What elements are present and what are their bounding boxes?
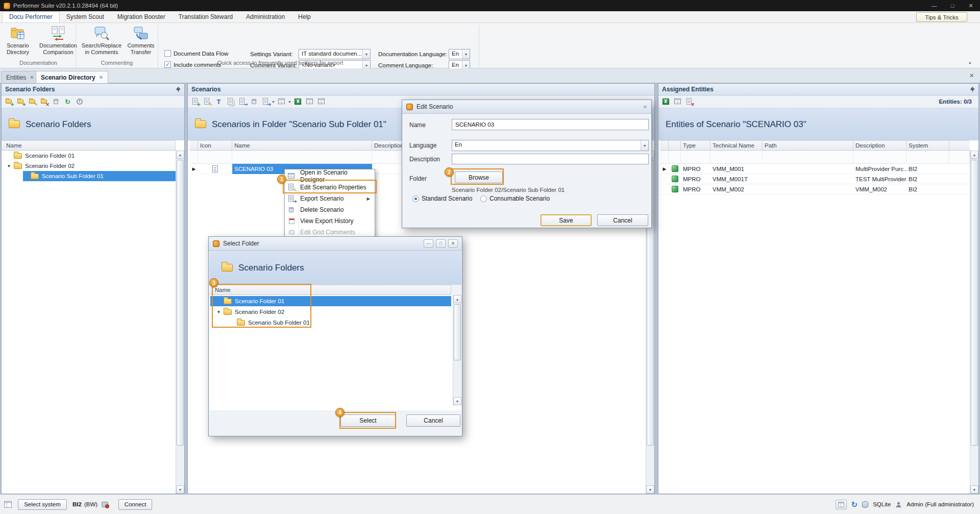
column-header-name[interactable]: Name bbox=[232, 141, 372, 150]
tree-row-scenario-folder-02[interactable]: ▼ Scenario Folder 02 bbox=[2, 161, 176, 171]
layout-icon[interactable] bbox=[4, 501, 12, 508]
doc-tab-scenario-directory[interactable]: Scenario Directory✕ bbox=[36, 71, 108, 83]
column-header-description[interactable]: Description bbox=[853, 141, 906, 150]
close-dialog-icon[interactable]: ✕ bbox=[643, 104, 647, 110]
export-scenario-icon[interactable]: ➔ bbox=[261, 97, 271, 107]
column-header-name[interactable]: Name bbox=[2, 141, 176, 150]
scrollbar-thumb[interactable] bbox=[454, 304, 461, 360]
column-header-path[interactable]: Path bbox=[763, 141, 853, 150]
sync-icon[interactable]: ↻ bbox=[851, 501, 858, 508]
menu-tab-docu-performer[interactable]: Docu Performer bbox=[2, 11, 60, 22]
scroll-down-icon[interactable]: ▼ bbox=[453, 397, 461, 405]
remove-folder-icon[interactable]: × bbox=[39, 97, 49, 107]
collapse-node-icon[interactable]: ▼ bbox=[6, 164, 12, 168]
new-folder-icon[interactable]: + bbox=[4, 97, 14, 107]
save-button[interactable]: Save bbox=[541, 214, 592, 226]
scroll-up-icon[interactable]: ▲ bbox=[453, 295, 461, 303]
scroll-down-icon[interactable]: ▼ bbox=[970, 485, 978, 494]
settings-variant-select[interactable]: IT standard documen...▼ bbox=[299, 49, 371, 59]
radio-consumable-scenario[interactable]: Consumable Scenario bbox=[480, 195, 550, 202]
cancel-button[interactable]: Cancel bbox=[406, 414, 460, 427]
chevron-down-icon[interactable]: ▼ bbox=[641, 140, 648, 151]
scenario-name-input[interactable] bbox=[452, 119, 649, 130]
move-scenario-icon[interactable]: → bbox=[237, 97, 247, 107]
menu-item-view-export-history[interactable]: View Export History bbox=[285, 215, 375, 227]
report-queue-icon[interactable] bbox=[836, 500, 847, 509]
minimize-icon[interactable]: — bbox=[424, 239, 433, 248]
chevron-down-icon[interactable]: ▼ bbox=[272, 100, 275, 104]
entity-row[interactable]: ▶ MPRO VMM_M001 MultiProvider Purc... BI… bbox=[660, 164, 970, 174]
export-options-icon[interactable] bbox=[277, 97, 287, 107]
chevron-down-icon[interactable]: ▼ bbox=[462, 50, 470, 59]
menu-tab-migration-booster[interactable]: Migration Booster bbox=[111, 12, 172, 22]
tips-tricks-button[interactable]: Tips & Tricks bbox=[916, 12, 967, 22]
documentation-language-select[interactable]: En▼ bbox=[449, 49, 470, 59]
connect-button[interactable]: Connect bbox=[118, 499, 152, 510]
chevron-down-icon[interactable]: ▼ bbox=[288, 100, 291, 104]
menu-item-delete-scenario[interactable]: Delete Scenario bbox=[285, 204, 375, 215]
cancel-button[interactable]: Cancel bbox=[597, 214, 648, 226]
column-header-icon[interactable]: Icon bbox=[198, 141, 232, 150]
scroll-down-icon[interactable]: ▼ bbox=[176, 485, 184, 494]
filter-row[interactable] bbox=[660, 151, 970, 164]
select-folder-dialog-titlebar[interactable]: Select Folder — □ ✕ bbox=[209, 237, 462, 251]
documentation-comparison-button[interactable]: Documentation Comparison bbox=[35, 25, 82, 63]
radio-standard-scenario[interactable]: Standard Scenario bbox=[412, 195, 472, 202]
remove-entity-icon[interactable]: × bbox=[684, 97, 694, 107]
edit-scenario-icon[interactable]: ✎ bbox=[202, 97, 212, 107]
column-header-technical-name[interactable]: Technical Name bbox=[710, 141, 763, 150]
vertical-scrollbar[interactable]: ▲ ▼ bbox=[176, 151, 184, 494]
tree-row-scenario-sub-folder-01[interactable]: Scenario Sub Folder 01 bbox=[2, 171, 176, 181]
rename-scenario-icon[interactable]: T bbox=[214, 97, 224, 107]
close-tab-icon[interactable]: ✕ bbox=[99, 75, 103, 80]
close-tab-icon[interactable]: ✕ bbox=[30, 75, 34, 80]
select-system-button[interactable]: Select system bbox=[18, 499, 67, 510]
tree-row-scenario-folder-01[interactable]: Scenario Folder 01 bbox=[2, 151, 176, 161]
new-subfolder-icon[interactable]: + bbox=[16, 97, 26, 107]
entity-row[interactable]: MPRO VMM_M002 VMM_M002 BI2 bbox=[660, 184, 970, 194]
scenario-directory-button[interactable]: Scenario Directory bbox=[2, 25, 34, 63]
delete-scenario-icon[interactable] bbox=[249, 97, 259, 107]
export-excel-icon[interactable]: X bbox=[293, 97, 303, 107]
doc-tab-entities[interactable]: Entities✕ bbox=[1, 71, 39, 83]
delete-icon[interactable] bbox=[51, 97, 61, 107]
edit-scenario-dialog-titlebar[interactable]: Edit Scenario ✕ bbox=[402, 100, 651, 114]
add-scenario-icon[interactable]: + bbox=[190, 97, 200, 107]
pin-icon[interactable] bbox=[969, 87, 975, 92]
export-excel-icon[interactable]: X bbox=[661, 97, 671, 107]
grid-view-icon[interactable] bbox=[673, 97, 682, 107]
vertical-scrollbar[interactable]: ▲ ▼ bbox=[970, 151, 978, 494]
column-chooser-icon[interactable] bbox=[317, 97, 327, 107]
menu-tab-help[interactable]: Help bbox=[291, 12, 317, 22]
entity-row[interactable]: MPRO VMM_M001T TEST MultiProvider... BI2 bbox=[660, 174, 970, 184]
menu-tab-administration[interactable]: Administration bbox=[239, 12, 291, 22]
close-icon[interactable]: ✕ bbox=[962, 0, 980, 11]
chevron-down-icon[interactable]: ▼ bbox=[362, 50, 370, 59]
collapse-ribbon-icon[interactable]: ▴ bbox=[969, 60, 971, 65]
rename-folder-icon[interactable]: ✎ bbox=[28, 97, 37, 107]
language-select[interactable]: En ▼ bbox=[452, 140, 649, 151]
scroll-down-icon[interactable]: ▼ bbox=[646, 485, 654, 494]
close-document-icon[interactable]: ✕ bbox=[969, 72, 974, 79]
refresh-icon[interactable]: ↻ bbox=[63, 97, 72, 107]
pin-icon[interactable] bbox=[175, 87, 181, 92]
vertical-scrollbar[interactable]: ▲ ▼ bbox=[453, 295, 461, 405]
scrollbar-thumb[interactable] bbox=[971, 160, 978, 446]
scenario-description-input[interactable] bbox=[452, 154, 649, 164]
grid-view-icon[interactable] bbox=[305, 97, 315, 107]
menu-tab-translation-steward[interactable]: Translation Steward bbox=[172, 12, 239, 22]
minimize-icon[interactable]: — bbox=[925, 0, 943, 11]
scrollbar-thumb[interactable] bbox=[177, 160, 184, 446]
menu-item-export-scenario[interactable]: ➔ Export Scenario ▶ bbox=[285, 193, 375, 204]
comments-transfer-button[interactable]: Comments Transfer bbox=[126, 25, 156, 63]
scroll-up-icon[interactable]: ▲ bbox=[176, 151, 184, 159]
column-header-type[interactable]: Type bbox=[681, 141, 710, 150]
menu-tab-system-scout[interactable]: System Scout bbox=[60, 12, 111, 22]
checkbox-document-data-flow[interactable]: Document Data Flow bbox=[164, 50, 228, 57]
history-icon[interactable] bbox=[75, 97, 84, 107]
duplicate-scenario-icon[interactable] bbox=[226, 97, 235, 107]
maximize-icon[interactable]: □ bbox=[943, 0, 962, 11]
search-replace-comments-button[interactable]: Search/Replace in Comments bbox=[80, 25, 124, 63]
column-header-system[interactable]: System bbox=[906, 141, 949, 150]
scroll-up-icon[interactable]: ▲ bbox=[970, 151, 978, 159]
